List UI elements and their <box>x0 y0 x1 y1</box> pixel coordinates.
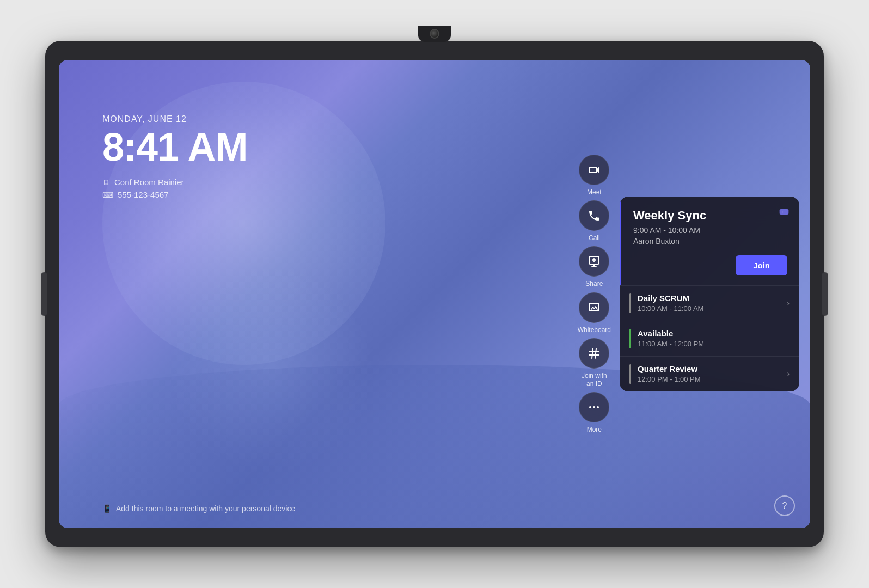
share-icon <box>588 255 601 268</box>
upcoming-item-0-title: Daily SCRUM <box>638 293 703 303</box>
current-meeting-time: 9:00 AM - 10:00 AM <box>633 226 787 235</box>
upcoming-item-0-left: Daily SCRUM 10:00 AM - 11:00 AM <box>629 293 703 313</box>
teams-icon: T <box>779 206 790 220</box>
upcoming-item-1-status <box>629 329 631 348</box>
meet-button[interactable]: Meet <box>579 155 609 196</box>
more-icon-circle <box>579 392 609 422</box>
hint-icon: 📱 <box>102 504 112 513</box>
upcoming-item-1-info: Available 11:00 AM - 12:00 PM <box>638 329 704 348</box>
share-icon-circle <box>579 246 609 277</box>
room-info: 🖥 Conf Room Rainier ⌨ 555-123-4567 <box>102 177 247 199</box>
screen: MONDAY, JUNE 12 8:41 AM 🖥 Conf Room Rain… <box>59 60 810 528</box>
upcoming-item-0-time: 10:00 AM - 11:00 AM <box>638 304 703 313</box>
more-label: More <box>587 426 602 433</box>
right-panel: Meet Call <box>578 60 810 528</box>
date-display: MONDAY, JUNE 12 <box>102 114 247 124</box>
more-icon <box>588 401 601 414</box>
room-name-text: Conf Room Rainier <box>114 177 184 187</box>
share-button[interactable]: Share <box>579 246 609 287</box>
svg-point-2 <box>589 406 591 408</box>
meet-icon-circle <box>579 155 609 185</box>
phone-icon: ⌨ <box>102 191 113 199</box>
upcoming-item-0[interactable]: Daily SCRUM 10:00 AM - 11:00 AM › <box>620 285 799 321</box>
call-icon-circle <box>579 200 609 231</box>
svg-point-3 <box>593 406 595 408</box>
whiteboard-icon-circle <box>579 292 609 323</box>
room-name: 🖥 Conf Room Rainier <box>102 177 247 187</box>
svg-text:T: T <box>781 210 784 215</box>
chevron-icon-0: › <box>787 298 790 308</box>
upcoming-item-2-title: Quarter Review <box>638 364 701 373</box>
meet-label: Meet <box>587 188 602 196</box>
room-phone-text: 555-123-4567 <box>118 190 168 199</box>
call-icon <box>588 209 601 222</box>
call-button[interactable]: Call <box>579 200 609 242</box>
more-button[interactable]: More <box>579 392 609 433</box>
bottom-hint: 📱 Add this room to a meeting with your p… <box>102 504 295 513</box>
share-label: Share <box>585 280 603 287</box>
handle-right <box>822 272 828 316</box>
current-meeting-organizer: Aaron Buxton <box>633 237 787 246</box>
upcoming-item-1-left: Available 11:00 AM - 12:00 PM <box>629 329 704 348</box>
current-meeting-title: Weekly Sync <box>633 209 787 223</box>
handle-left <box>41 272 47 316</box>
join-id-icon-circle <box>579 338 609 369</box>
whiteboard-icon <box>588 301 601 314</box>
svg-point-4 <box>597 406 599 408</box>
whiteboard-label: Whiteboard <box>578 326 611 334</box>
upcoming-item-2-info: Quarter Review 12:00 PM - 1:00 PM <box>638 364 701 384</box>
join-id-label: Join with an ID <box>582 372 607 388</box>
time-display: 8:41 AM <box>102 127 247 167</box>
current-meeting-card: T Weekly Sync 9:00 AM - 10:00 AM Aaron B… <box>620 197 799 285</box>
action-buttons: Meet Call <box>578 155 611 434</box>
hashtag-icon <box>588 347 601 360</box>
svg-rect-1 <box>589 303 599 311</box>
whiteboard-button[interactable]: Whiteboard <box>578 292 611 334</box>
call-label: Call <box>589 234 600 242</box>
upcoming-item-0-status <box>629 293 631 313</box>
upcoming-item-1[interactable]: Available 11:00 AM - 12:00 PM <box>620 321 799 356</box>
device-frame: MONDAY, JUNE 12 8:41 AM 🖥 Conf Room Rain… <box>45 41 824 547</box>
camera-lens <box>430 29 439 39</box>
camera-bump <box>418 26 451 42</box>
upcoming-item-1-title: Available <box>638 329 704 338</box>
join-button[interactable]: Join <box>736 255 787 275</box>
room-phone: ⌨ 555-123-4567 <box>102 190 247 199</box>
upcoming-item-2[interactable]: Quarter Review 12:00 PM - 1:00 PM › <box>620 356 799 391</box>
monitor-icon: 🖥 <box>102 178 110 187</box>
calendar-panel: T Weekly Sync 9:00 AM - 10:00 AM Aaron B… <box>620 197 799 391</box>
chevron-icon-2: › <box>787 369 790 379</box>
upcoming-item-0-info: Daily SCRUM 10:00 AM - 11:00 AM <box>638 293 703 313</box>
upcoming-item-2-left: Quarter Review 12:00 PM - 1:00 PM <box>629 364 701 384</box>
upcoming-item-1-time: 11:00 AM - 12:00 PM <box>638 340 704 348</box>
upcoming-item-2-time: 12:00 PM - 1:00 PM <box>638 375 701 383</box>
hint-text: Add this room to a meeting with your per… <box>116 504 295 513</box>
info-panel: MONDAY, JUNE 12 8:41 AM 🖥 Conf Room Rain… <box>102 114 247 199</box>
join-id-button[interactable]: Join with an ID <box>579 338 609 388</box>
upcoming-item-2-status <box>629 364 631 384</box>
video-icon <box>588 163 601 176</box>
